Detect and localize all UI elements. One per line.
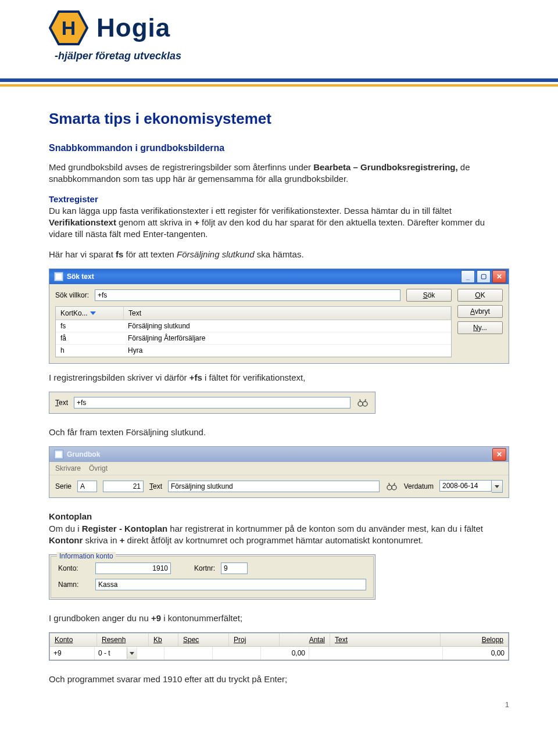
col-text[interactable]: Text: [124, 307, 451, 320]
kortnr-input[interactable]: [221, 562, 248, 574]
intro-paragraph: Med grundboksbild avses de registrerings…: [49, 162, 509, 185]
screenshot-info-konto: Information konto Konto: Kortnr: Namn:: [49, 554, 375, 600]
brand-logo: H Hogia: [49, 10, 558, 45]
kontoplan-paragraph: Kontoplan Om du i Register - Kontoplan h…: [49, 511, 509, 546]
ok-button[interactable]: OK: [457, 289, 503, 302]
sok-results-table: KortKo... Text fs Försäljning slutkund: [55, 306, 452, 357]
date-dropdown-button[interactable]: [492, 480, 503, 493]
serie-label: Serie: [55, 482, 71, 490]
col-antal[interactable]: Antal: [280, 633, 330, 646]
col-text[interactable]: Text: [330, 633, 441, 646]
col-kortko[interactable]: KortKo...: [56, 307, 124, 320]
cancel-button[interactable]: Avbryt: [457, 305, 503, 318]
logo-hexagon-icon: H: [49, 10, 88, 45]
screenshot-sok-text: Sök text _ ▢ ✕ Sök villkor: Sök: [49, 268, 509, 364]
cell-spec[interactable]: [164, 647, 213, 660]
brand-name: Hogia: [96, 13, 170, 42]
menu-skrivare[interactable]: Skrivare: [55, 464, 81, 472]
menu-ovrigt[interactable]: Övrigt: [89, 464, 108, 472]
kortnr-label: Kortnr:: [194, 564, 215, 572]
konto-label: Konto:: [58, 564, 90, 572]
screenshot-grundbok: Grundbok ✕ Skrivare Övrigt Serie Text V: [49, 446, 509, 498]
svg-point-4: [387, 485, 392, 490]
cell-belopp[interactable]: 0,00: [443, 647, 508, 660]
window-icon: [54, 272, 63, 281]
grundbok-text-input[interactable]: [168, 481, 380, 492]
binoculars-icon[interactable]: [385, 481, 398, 492]
close-button[interactable]: ✕: [492, 448, 506, 461]
grid-row[interactable]: +9 0 - t 0,00 0,00: [49, 647, 509, 660]
text-label: Text: [149, 482, 162, 490]
table-row[interactable]: fs Försäljning slutkund: [56, 320, 451, 332]
grundbok-title: Grundbok: [67, 450, 100, 458]
svg-point-3: [363, 402, 367, 406]
col-spec[interactable]: Spec: [178, 633, 229, 646]
grundbok-menubar: Skrivare Övrigt: [49, 462, 509, 475]
grid-header: Konto Resenh Kb Spec Proj Antal Text Bel…: [49, 633, 509, 647]
cell-antal[interactable]: 0,00: [261, 647, 309, 660]
screenshot-grid-row: Konto Resenh Kb Spec Proj Antal Text Bel…: [49, 632, 509, 661]
page-title: Smarta tips i ekonomisystemet: [49, 110, 509, 128]
text-input[interactable]: [74, 397, 350, 409]
binoculars-icon[interactable]: [356, 397, 369, 409]
textregister-paragraph: Textregister Du kan lägga upp fasta veri…: [49, 194, 509, 241]
svg-point-2: [358, 402, 363, 406]
window-icon: [54, 450, 63, 459]
sok-villkor-label: Sök villkor:: [55, 291, 89, 299]
sort-desc-icon: [90, 311, 96, 315]
namn-label: Namn:: [58, 581, 90, 589]
sok-title: Sök text: [67, 273, 94, 281]
serie-input[interactable]: [77, 481, 97, 492]
maximize-button[interactable]: ▢: [477, 270, 491, 283]
new-button[interactable]: Ny...: [457, 321, 503, 334]
cell-resenh[interactable]: 0 - t: [95, 647, 137, 660]
col-proj[interactable]: Proj: [229, 633, 280, 646]
section-subtitle: Snabbkommandon i grundboksbilderna: [49, 143, 509, 153]
after-ss1-paragraph: I registreringsbilden skriver vi därför …: [49, 372, 509, 384]
col-belopp[interactable]: Belopp: [441, 633, 508, 646]
screenshot-text-field: Text: [49, 392, 375, 414]
col-resenh[interactable]: Resenh: [97, 633, 149, 646]
after-ss4-paragraph: I grundboken anger du nu +9 i kontonumme…: [49, 612, 509, 624]
header-divider: [0, 78, 558, 87]
cell-proj[interactable]: [213, 647, 261, 660]
resenh-dropdown-button[interactable]: [127, 647, 137, 659]
table-row[interactable]: få Försäljning Återförsäljare: [56, 332, 451, 345]
table-row[interactable]: h Hyra: [56, 345, 451, 357]
sok-titlebar[interactable]: Sök text _ ▢ ✕: [49, 269, 509, 284]
grundbok-titlebar[interactable]: Grundbok ✕: [49, 447, 509, 462]
after-ss2-paragraph: Och får fram texten Försäljning slutkund…: [49, 427, 509, 438]
after-ss5-paragraph: Och programmet svarar med 1910 efter att…: [49, 673, 509, 685]
num-input[interactable]: [103, 481, 144, 492]
verdatum-input[interactable]: [439, 480, 492, 492]
svg-point-5: [392, 485, 396, 490]
verdatum-label: Verdatum: [404, 482, 434, 490]
col-konto[interactable]: Konto: [50, 633, 97, 646]
konto-input[interactable]: [95, 562, 171, 574]
chevron-down-icon: [495, 485, 499, 488]
namn-input[interactable]: [95, 579, 366, 590]
col-kb[interactable]: Kb: [149, 633, 178, 646]
info-konto-legend: Information konto: [57, 552, 116, 560]
here-paragraph: Här har vi sparat fs för att texten Förs…: [49, 249, 509, 260]
cell-text[interactable]: [309, 647, 443, 660]
minimize-button[interactable]: _: [461, 270, 475, 283]
cell-kb[interactable]: [137, 647, 164, 660]
page-number: 1: [505, 700, 509, 709]
text-label: Text: [55, 399, 68, 407]
chevron-down-icon: [130, 652, 134, 655]
sok-search-button[interactable]: Sök: [406, 289, 452, 302]
page-header: H Hogia -hjälper företag utvecklas: [0, 0, 558, 68]
sok-villkor-input[interactable]: [95, 289, 400, 301]
close-button[interactable]: ✕: [492, 270, 506, 283]
cell-konto[interactable]: +9: [50, 647, 95, 660]
svg-text:H: H: [62, 17, 76, 39]
brand-tagline: -hjälper företag utvecklas: [55, 50, 558, 62]
